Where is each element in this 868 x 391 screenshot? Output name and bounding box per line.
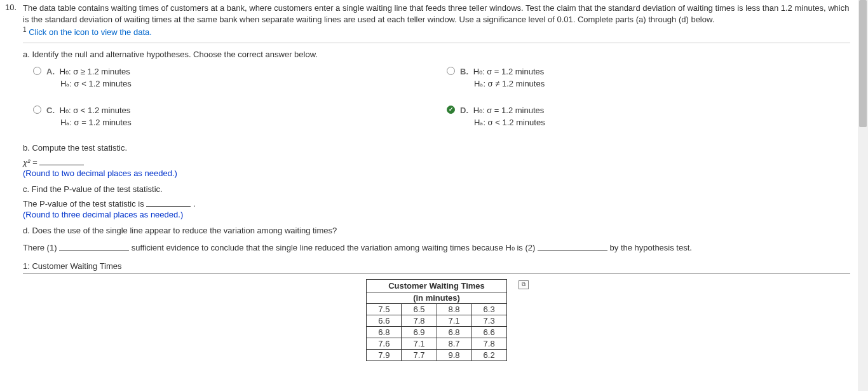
vertical-scrollbar[interactable] (858, 0, 868, 364)
option-c-line2: Hₐ: σ = 1.2 minutes (60, 116, 132, 129)
data-table-container: ⧉ Customer Waiting Times (in minutes) 7.… (23, 279, 850, 361)
table-cell: 8.7 (437, 338, 471, 349)
pvalue-post: . (193, 199, 196, 209)
table-subheader: (in minutes) (367, 292, 506, 303)
table-cell: 6.6 (471, 326, 506, 338)
table-cell: 7.5 (367, 303, 402, 315)
table-cell: 7.6 (367, 338, 402, 349)
option-c-line1: H₀: σ < 1.2 minutes (60, 106, 131, 115)
radio-icon[interactable] (33, 67, 41, 75)
option-d-line1: H₀: σ = 1.2 minutes (473, 106, 545, 115)
intro-text: The data table contains waiting times of… (23, 3, 849, 24)
footnote-marker: 1 (23, 26, 27, 33)
conclusion-blank-2[interactable] (538, 250, 607, 250)
waiting-times-table: Customer Waiting Times (in minutes) 7.56… (366, 279, 506, 361)
radio-icon[interactable] (33, 106, 41, 114)
table-row: 6.67.87.17.3 (367, 315, 506, 326)
table-cell: 6.5 (402, 303, 437, 315)
table-cell: 6.9 (402, 326, 437, 338)
option-b-line1: H₀: σ = 1.2 minutes (473, 67, 545, 76)
part-a-label: a. Identify the null and alternative hyp… (23, 50, 850, 59)
part-d: d. Does the use of the single line appea… (23, 226, 850, 252)
question-number: 10. (5, 3, 23, 361)
table-cell: 9.8 (437, 349, 471, 360)
view-data-link[interactable]: Click on the icon to view the data. (29, 28, 152, 38)
table-row: 7.67.18.77.8 (367, 338, 506, 349)
table-row: 7.97.79.86.2 (367, 349, 506, 360)
table-cell: 7.7 (402, 349, 437, 360)
part-d-label: d. Does the use of the single line appea… (23, 226, 850, 235)
rounding-hint-2dp: (Round to two decimal places as needed.) (23, 168, 850, 178)
option-a[interactable]: A. H₀: σ ≥ 1.2 minutes Hₐ: σ < 1.2 minut… (23, 65, 437, 90)
chi-input-blank[interactable] (39, 165, 84, 165)
options-row-2: C. H₀: σ < 1.2 minutes Hₐ: σ = 1.2 minut… (23, 104, 850, 134)
table-cell: 6.8 (437, 326, 471, 338)
table-cell: 7.1 (402, 338, 437, 349)
option-a-line2: Hₐ: σ < 1.2 minutes (60, 78, 132, 90)
table-cell: 7.1 (437, 315, 471, 326)
question-content: The data table contains waiting times of… (23, 3, 863, 361)
data-divider (23, 273, 850, 274)
part-b: b. Compute the test statistic. χ² = (Rou… (23, 143, 850, 178)
part-c: c. Find the P-value of the test statisti… (23, 184, 850, 219)
option-a-line1: H₀: σ ≥ 1.2 minutes (60, 67, 130, 76)
option-b[interactable]: B. H₀: σ = 1.2 minutes Hₐ: σ ≠ 1.2 minut… (437, 65, 850, 90)
radio-icon[interactable] (447, 67, 455, 75)
copy-icon[interactable]: ⧉ (519, 280, 529, 289)
table-cell: 6.2 (471, 349, 506, 360)
options-row-1: A. H₀: σ ≥ 1.2 minutes Hₐ: σ < 1.2 minut… (23, 65, 850, 95)
pvalue-pre: The P-value of the test statistic is (23, 199, 146, 209)
table-row: 6.86.96.86.6 (367, 326, 506, 338)
rounding-hint-3dp: (Round to three decimal places as needed… (23, 210, 850, 219)
option-c[interactable]: C. H₀: σ < 1.2 minutes Hₐ: σ = 1.2 minut… (23, 104, 437, 129)
conclusion-blank-1[interactable] (59, 250, 129, 250)
table-cell: 6.8 (367, 326, 402, 338)
intro-paragraph: The data table contains waiting times of… (23, 3, 850, 39)
option-b-line2: Hₐ: σ ≠ 1.2 minutes (474, 78, 545, 90)
option-letter: D. (460, 106, 468, 115)
part-c-label: c. Find the P-value of the test statisti… (23, 184, 850, 194)
conclusion-mid: sufficient evidence to conclude that the… (132, 243, 538, 252)
table-row: 7.56.58.86.3 (367, 303, 506, 315)
table-cell: 7.9 (367, 349, 402, 360)
table-cell: 8.8 (437, 303, 471, 315)
scrollbar-thumb[interactable] (859, 0, 867, 127)
divider (23, 43, 850, 43)
radio-icon-checked[interactable] (447, 106, 455, 114)
option-letter: A. (46, 67, 55, 76)
chi-squared-label: χ² = (23, 158, 39, 167)
table-cell: 7.3 (471, 315, 506, 326)
table-cell: 7.8 (471, 338, 506, 349)
option-d-line2: Hₐ: σ < 1.2 minutes (474, 116, 545, 129)
part-b-label: b. Compute the test statistic. (23, 143, 850, 153)
table-cell: 6.3 (471, 303, 506, 315)
pvalue-input-blank[interactable] (146, 206, 191, 207)
conclusion-pre: There (1) (23, 243, 59, 252)
option-letter: C. (46, 106, 55, 115)
table-cell: 7.8 (402, 315, 437, 326)
table-cell: 6.6 (367, 315, 402, 326)
option-d[interactable]: D. H₀: σ = 1.2 minutes Hₐ: σ < 1.2 minut… (437, 104, 850, 129)
option-letter: B. (460, 67, 468, 76)
table-header: Customer Waiting Times (367, 279, 506, 292)
data-section-title: 1: Customer Waiting Times (23, 261, 850, 271)
conclusion-post: by the hypothesis test. (610, 243, 692, 252)
